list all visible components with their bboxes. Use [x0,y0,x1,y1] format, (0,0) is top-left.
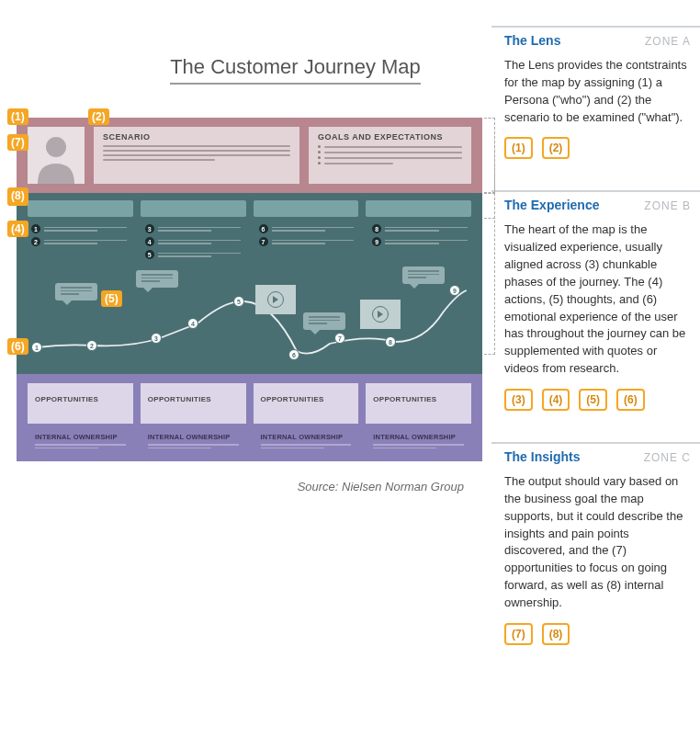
journey-map: (1) (2) SCENARIO GOALS AND EXPECTATIONS [17,118,482,461]
journey-node: 1 [31,342,42,353]
quote-bubble [55,283,97,300]
opportunity-box: OPPORTUNITIES [366,383,471,424]
page-title: The Customer Journey Map [170,55,421,85]
zone-tag: ZONE A [645,35,691,48]
video-thumb [360,300,401,329]
video-thumb [255,285,296,314]
zone-card-lens: The Lens ZONE A The Lens provides the co… [491,26,700,174]
goals-box: GOALS AND EXPECTATIONS [309,127,471,184]
phase [141,200,246,217]
zone-marker-ref: (5) [579,389,607,411]
scenario-label: SCENARIO [103,132,290,142]
journey-node: 5 [233,296,244,307]
quote-bubble [303,312,345,330]
zone-lens: (1) (2) SCENARIO GOALS AND EXPECTATIONS [17,118,482,193]
marker-5: (5) [101,290,122,307]
svg-point-0 [46,137,66,157]
phases-row [28,200,471,217]
diagram-area: The Customer Journey Map (1) (2) SCENARI… [0,0,491,737]
marker-7: (7) [7,134,28,151]
source-attribution: Source: Nielsen Norman Group [17,480,464,493]
zone-description: The output should vary based on the busi… [504,473,691,612]
zone-marker-ref: (1) [504,137,533,159]
zone-marker-ref: (8) [542,623,570,645]
journey-node: 8 [385,336,396,347]
zone-card-insights: The Insights ZONE C The output should va… [491,442,700,660]
zone-marker-ref: (2) [542,137,570,159]
zone-title: The Experience [504,198,600,212]
phase [28,200,133,217]
quote-bubble [136,270,178,288]
sidebar: The Lens ZONE A The Lens provides the co… [491,0,700,737]
zone-marker-ref: (4) [542,389,570,411]
play-icon [372,306,389,323]
bracket-zone-c [484,118,495,219]
journey-node: 2 [86,340,97,351]
scenario-box: SCENARIO [94,127,299,184]
marker-6: (6) [7,338,28,355]
actions-row: 1 2 3 4 5 6 7 8 9 [28,224,471,259]
marker-8: (8) [7,187,28,204]
ownership-box: INTERNAL OWNERSHIP [141,431,246,452]
opportunity-box: OPPORTUNITIES [254,383,359,424]
persona-avatar [28,127,85,184]
zone-insights: (7) (8) OPPORTUNITIES OPPORTUNITIES OPPO… [17,374,482,461]
journey-node: 3 [151,333,162,344]
phase [254,200,359,217]
quote-bubble [402,266,445,284]
zone-description: The heart of the map is the visualized e… [504,221,691,378]
play-icon [267,291,284,308]
zone-description: The Lens provides the contstraints for t… [504,57,691,126]
journey-node: 6 [288,349,299,360]
zone-card-experience: The Experience ZONE B The heart of the m… [491,190,700,425]
zone-tag: ZONE B [644,199,691,212]
opportunity-box: OPPORTUNITIES [28,383,133,424]
zone-marker-ref: (3) [504,389,533,411]
zone-title: The Lens [504,33,560,48]
ownership-box: INTERNAL OWNERSHIP [366,431,471,452]
zone-marker-ref: (6) [616,389,645,411]
marker-2: (2) [88,108,109,125]
journey-node: 7 [334,333,345,344]
marker-4: (4) [7,221,28,237]
marker-1: (1) [7,108,28,125]
goals-label: GOALS AND EXPECTATIONS [318,132,462,142]
phase [366,200,471,217]
journey-node: 9 [449,285,460,296]
journey-curve: 1 2 3 4 5 6 7 8 9 [28,266,471,363]
zone-marker-ref: (7) [504,623,533,645]
ownership-box: INTERNAL OWNERSHIP [254,431,359,452]
zone-tag: ZONE C [644,451,691,464]
zone-experience: (3) (4) (5) (6) 1 2 3 4 [17,193,482,374]
journey-node: 4 [187,318,198,329]
person-icon [33,132,79,184]
ownership-box: INTERNAL OWNERSHIP [28,431,133,452]
zone-title: The Insights [504,449,580,464]
opportunity-box: OPPORTUNITIES [141,383,246,424]
